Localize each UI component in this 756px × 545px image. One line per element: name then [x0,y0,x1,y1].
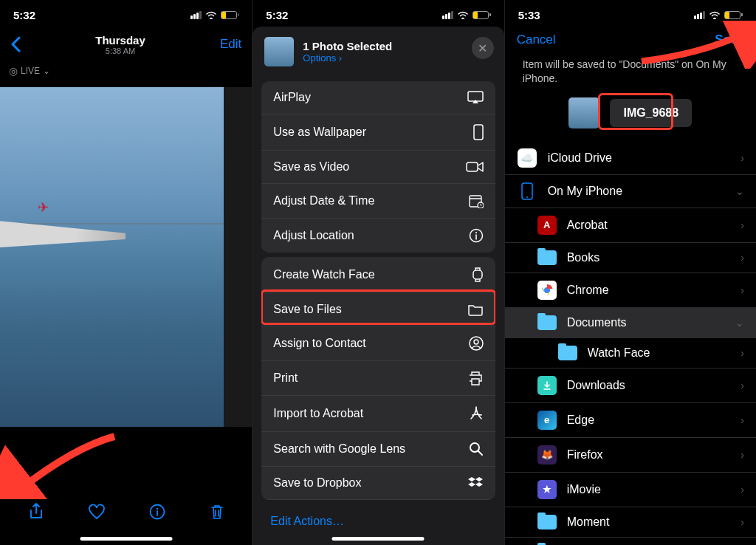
action-assign-contact[interactable]: Assign to Contact [261,326,495,361]
chevron-right-icon: › [740,449,744,461]
iphone-icon [517,182,537,200]
chevron-right-icon: › [740,484,744,496]
chevron-right-icon: › [740,152,744,164]
photo[interactable]: ✈ [0,87,252,427]
status-icons [190,10,239,19]
sheet-header: 1 Photo Selected Options › ✕ [252,27,504,77]
home-indicator[interactable] [80,537,172,541]
svg-rect-9 [473,270,482,279]
svg-point-8 [475,232,477,233]
location-list: ☁️ iCloud Drive › On My iPhone ⌄ AAcroba… [505,142,756,545]
folder-chrome[interactable]: Chrome› [505,273,756,308]
action-import-acrobat[interactable]: Import to Acrobat [261,396,495,432]
acrobat-app-icon: A [537,216,557,235]
battery-icon [724,11,743,19]
time: 5:32 [13,9,35,21]
home-indicator[interactable] [332,537,425,541]
watch-icon [472,267,484,283]
cancel-button[interactable]: Cancel [517,32,556,47]
status-bar: 5:33 [505,0,756,27]
chevron-right-icon: › [740,252,744,264]
action-adjust-location[interactable]: Adjust Location [261,219,495,253]
contact-icon [469,336,484,351]
chevron-right-icon: › [740,414,744,426]
status-bar: 5:32 [0,0,252,27]
action-save-to-files[interactable]: Save to Files [261,293,495,326]
folder-downloads[interactable]: Downloads› [505,369,756,403]
svg-point-12 [470,443,479,452]
chevron-down-icon: ⌄ [735,317,744,329]
heart-button[interactable] [88,504,106,520]
sheet-title: 1 Photo Selected [303,40,392,52]
folder-imovie[interactable]: ★iMovie› [505,473,756,507]
svg-point-11 [474,340,478,344]
time: 5:33 [518,9,540,21]
live-label: LIVE [21,66,40,76]
chevron-right-icon: › [740,219,744,231]
files-save-screen: 5:33 Cancel Save Item will be saved to "… [504,0,756,545]
folder-books[interactable]: Books› [505,243,756,273]
phone-icon [473,124,484,140]
dropbox-icon [467,476,484,490]
action-wallpaper[interactable]: Use as Wallpaper [261,114,495,151]
edit-button[interactable]: Edit [220,37,241,52]
location-on-iphone[interactable]: On My iPhone ⌄ [505,175,756,208]
files-nav: Cancel Save [505,27,756,53]
folder-edge[interactable]: eEdge› [505,403,756,438]
edit-actions-link[interactable]: Edit Actions… [252,504,504,538]
options-link[interactable]: Options › [303,52,392,64]
info-icon [469,228,484,243]
close-button[interactable]: ✕ [472,37,494,59]
share-button[interactable] [28,502,44,521]
trash-button[interactable] [210,503,224,521]
folder-numbers[interactable]: Numbers› [505,538,756,545]
downloads-icon [537,376,557,395]
svg-rect-4 [467,162,478,171]
folder-firefox[interactable]: 🦊Firefox› [505,438,756,473]
wifi-icon [205,10,217,19]
toolbar [0,489,252,535]
battery-icon [221,11,239,19]
live-badge[interactable]: ◎ LIVE ⌄ [0,62,252,80]
folder-icon [558,346,577,360]
location-icloud[interactable]: ☁️ iCloud Drive › [505,142,756,175]
action-group-2: Create Watch Face Save to Files Assign t… [261,257,495,500]
action-airplay[interactable]: AirPlay [261,81,495,114]
action-print[interactable]: Print [261,361,495,396]
action-google-lens[interactable]: Search with Google Lens [261,432,495,467]
action-adjust-date[interactable]: Adjust Date & Time [261,184,495,219]
airplay-icon [467,91,484,104]
print-icon [467,371,484,385]
chevron-down-icon: ⌄ [43,66,50,76]
action-watch-face[interactable]: Create Watch Face [261,257,495,293]
action-dropbox[interactable]: Save to Dropbox [261,467,495,500]
nav-title: Thursday [95,34,145,47]
action-save-video[interactable]: Save as Video [261,151,495,184]
chevron-down-icon: ⌄ [735,185,744,197]
firefox-app-icon: 🦊 [537,445,557,465]
info-button[interactable] [149,504,165,520]
chevron-right-icon: › [740,380,744,391]
photo-thumbnail [264,37,294,66]
edge-app-icon: e [537,411,557,430]
save-button[interactable]: Save [715,32,744,47]
folder-icon [537,515,557,529]
folder-icon [467,303,484,316]
svg-point-14 [526,196,528,198]
wifi-icon [709,10,721,19]
status-icons [442,10,491,19]
chevron-right-icon: › [740,284,744,296]
signal-icon [442,11,453,19]
svg-point-1 [157,508,158,510]
folder-watch-face[interactable]: Watch Face› [505,338,756,369]
filename-field[interactable]: IMG_9688 [610,99,692,127]
chevron-right-icon: › [740,516,744,528]
svg-rect-3 [474,125,483,140]
back-button[interactable] [10,36,21,52]
icloud-icon: ☁️ [517,149,537,167]
share-sheet: 1 Photo Selected Options › ✕ AirPlay Use… [252,27,504,545]
folder-acrobat[interactable]: AAcrobat› [505,208,756,243]
folder-documents[interactable]: Documents⌄ [505,308,756,338]
folder-moment[interactable]: Moment› [505,507,756,538]
signal-icon [694,11,705,19]
